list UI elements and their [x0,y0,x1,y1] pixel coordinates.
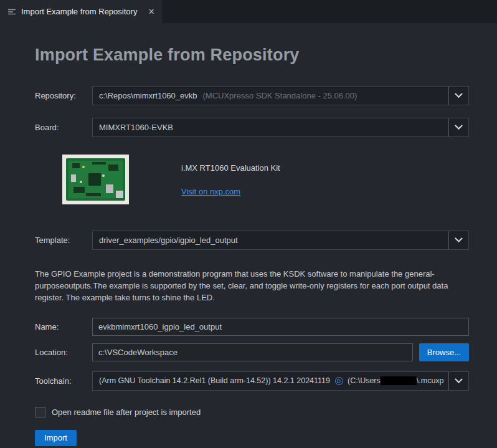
location-row: Location: Browse... [35,343,469,361]
location-input[interactable] [92,343,413,361]
toolchain-label: Toolchain: [35,376,92,386]
template-row: Template: driver_examples/gpio/igpio_led… [35,231,469,250]
browse-button[interactable]: Browse... [419,343,469,361]
template-label: Template: [35,236,92,245]
tab-import-example[interactable]: Import Example from Repository × [0,0,162,23]
repository-hint: (MCUXpresso SDK Standalone - 25.06.00) [203,91,357,100]
tab-title: Import Example from Repository [21,7,137,16]
board-description-block: i.MX RT1060 Evaluation Kit Visit on nxp.… [181,155,280,197]
board-value: MIMXRT1060-EVKB [99,123,173,132]
board-image [62,155,129,204]
form-list-icon [7,7,16,16]
toolchain-dropdown[interactable]: (Arm GNU Toolchain 14.2.Rel1 (Build arm-… [92,371,469,391]
toolchain-info-icon: D [335,377,343,385]
board-row: Board: MIMXRT1060-EVKB [35,118,469,137]
name-input[interactable] [92,318,469,336]
chevron-down-icon[interactable] [448,231,468,249]
toolchain-row: Toolchain: (Arm GNU Toolchain 14.2.Rel1 … [35,371,469,391]
repository-dropdown[interactable]: c:\Repos\mimxrt1060_evkb (MCUXpresso SDK… [92,86,469,105]
tab-close-icon[interactable]: × [148,7,154,17]
redacted-username [381,376,417,385]
chevron-down-icon[interactable] [448,118,468,136]
board-label: Board: [35,123,92,132]
repository-row: Repository: c:\Repos\mimxrt1060_evkb (MC… [35,86,469,105]
readme-checkbox[interactable] [35,407,45,417]
chevron-down-icon[interactable] [448,87,468,105]
board-dropdown[interactable]: MIMXRT1060-EVKB [92,118,469,137]
readme-checkbox-row: Open readme file after project is import… [35,407,469,417]
import-example-panel: Import Example from Repository Repositor… [0,23,497,446]
tab-bar: Import Example from Repository × [0,0,497,23]
template-dropdown[interactable]: driver_examples/gpio/igpio_led_output [92,231,469,250]
example-description: The GPIO Example project is a demonstrat… [35,269,469,304]
repository-label: Repository: [35,91,92,100]
name-label: Name: [35,322,92,331]
template-value: driver_examples/gpio/igpio_led_output [99,236,238,245]
name-row: Name: [35,318,469,336]
import-button[interactable]: Import [35,430,77,446]
board-info-section: i.MX RT1060 Evaluation Kit Visit on nxp.… [62,155,469,204]
toolchain-value: (Arm GNU Toolchain 14.2.Rel1 (Build arm-… [99,376,444,386]
location-label: Location: [35,348,92,357]
page-title: Import Example from Repository [35,45,469,65]
board-kit-name: i.MX RT1060 Evaluation Kit [181,163,280,173]
nxp-link[interactable]: Visit on nxp.com [181,187,240,196]
chevron-down-icon[interactable] [448,372,468,390]
repository-value: c:\Repos\mimxrt1060_evkb [99,91,197,100]
readme-checkbox-label: Open readme file after project is import… [52,407,201,417]
